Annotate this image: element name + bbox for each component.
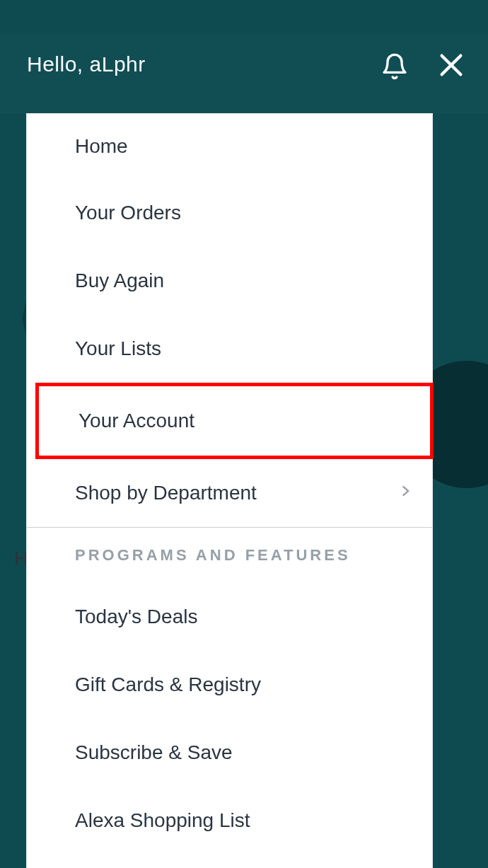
- menu-item-home[interactable]: Home: [27, 114, 432, 179]
- menu-item-label: Buy Again: [75, 270, 412, 292]
- greeting-text: Hello, aLphr: [27, 52, 380, 76]
- menu-item-shop-by-department[interactable]: Shop by Department: [27, 459, 432, 527]
- menu-item-your-account[interactable]: Your Account: [39, 386, 430, 456]
- menu-item-label: Shop by Department: [75, 482, 398, 504]
- chevron-right-icon: [398, 480, 412, 507]
- menu-item-label: Your Account: [79, 410, 410, 432]
- menu-item-label: Alexa Shopping List: [75, 809, 412, 832]
- menu-item-gift-cards-registry[interactable]: Gift Cards & Registry: [27, 651, 432, 719]
- menu-item-your-lists[interactable]: Your Lists: [27, 315, 432, 383]
- menu-header: Hello, aLphr: [0, 33, 488, 114]
- notifications-icon[interactable]: [380, 51, 409, 85]
- menu-item-alexa-shopping-list[interactable]: Alexa Shopping List: [27, 787, 432, 855]
- menu-item-label: Subscribe & Save: [75, 741, 412, 764]
- highlight-annotation: Your Account: [35, 383, 434, 459]
- menu-item-label: Your Lists: [75, 337, 412, 360]
- menu-item-subscribe-save[interactable]: Subscribe & Save: [27, 719, 432, 787]
- menu-item-label: Gift Cards & Registry: [75, 673, 412, 696]
- section-header-programs: PROGRAMS AND FEATURES: [27, 528, 432, 583]
- menu-item-todays-deals[interactable]: Today's Deals: [27, 583, 432, 651]
- menu-item-buy-again[interactable]: Buy Again: [27, 247, 432, 315]
- close-icon[interactable]: [437, 51, 465, 82]
- menu-item-label: Home: [75, 135, 412, 158]
- menu-item-label: Today's Deals: [75, 606, 412, 628]
- menu-item-label: Your Orders: [75, 202, 412, 224]
- menu-item-your-orders[interactable]: Your Orders: [27, 179, 432, 247]
- side-menu-panel: Home Your Orders Buy Again Your Lists Yo…: [27, 114, 432, 868]
